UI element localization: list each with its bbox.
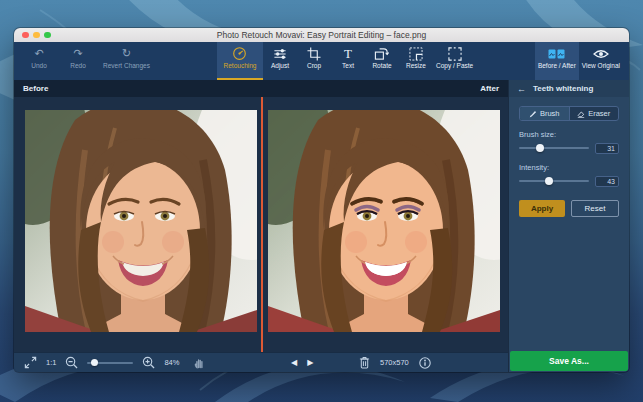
brush-button[interactable]: Brush <box>520 107 569 120</box>
image-canvas[interactable] <box>14 97 508 352</box>
before-label: Before <box>23 84 48 93</box>
undo-icon: ↶ <box>34 46 43 61</box>
before-after-toggle[interactable]: Before / After <box>535 42 579 80</box>
tab-adjust-label: Adjust <box>271 62 289 69</box>
redo-button[interactable]: ↷ Redo <box>61 42 95 80</box>
image-dimensions: 570x570 <box>380 358 409 367</box>
zoom-level: 84% <box>164 358 179 367</box>
tab-copy-paste-label: Copy / Paste <box>436 62 473 69</box>
delete-image-button[interactable] <box>359 356 370 369</box>
brush-eraser-toggle: Brush Eraser <box>519 106 619 121</box>
adjust-icon <box>273 46 287 61</box>
compare-header: Before After <box>14 80 508 97</box>
status-bar: 1:1 84% ◀ ▶ <box>14 352 508 372</box>
intensity-slider[interactable] <box>519 175 589 187</box>
eraser-label: Eraser <box>588 109 610 118</box>
intensity-value: 43 <box>595 176 619 187</box>
brush-size-label: Brush size: <box>519 130 619 139</box>
redo-icon: ↷ <box>73 46 82 61</box>
brush-label: Brush <box>540 109 560 118</box>
tab-rotate[interactable]: Rotate <box>365 42 399 80</box>
tab-rotate-label: Rotate <box>372 62 391 69</box>
brush-size-slider-thumb[interactable] <box>536 144 544 152</box>
undo-button[interactable]: ↶ Undo <box>22 42 56 80</box>
zoom-slider-thumb[interactable] <box>91 359 98 366</box>
tab-copy-paste[interactable]: Copy / Paste <box>433 42 476 80</box>
back-icon[interactable]: ← <box>517 84 526 94</box>
brush-size-slider[interactable] <box>519 142 589 154</box>
close-window-button[interactable] <box>22 32 29 39</box>
after-label: After <box>480 84 499 93</box>
save-as-button[interactable]: Save As... <box>510 351 628 371</box>
copy-paste-icon <box>448 46 462 61</box>
zoom-out-button[interactable] <box>65 356 78 369</box>
intensity-slider-thumb[interactable] <box>545 177 553 185</box>
before-after-icon <box>548 46 565 61</box>
tab-crop-label: Crop <box>307 62 321 69</box>
after-image <box>268 110 500 332</box>
hand-tool-button[interactable] <box>194 356 205 369</box>
fullscreen-window-button[interactable] <box>44 32 51 39</box>
retouching-icon <box>232 46 247 61</box>
eraser-button[interactable]: Eraser <box>569 107 619 120</box>
minimize-window-button[interactable] <box>33 32 40 39</box>
actual-size-button[interactable]: 1:1 <box>46 358 56 367</box>
rotate-icon <box>374 46 389 61</box>
next-image-button[interactable]: ▶ <box>307 358 313 367</box>
info-button[interactable] <box>419 357 431 369</box>
main-toolbar: ↶ Undo ↷ Redo ↻ Revert Changes Retouchin… <box>14 42 629 80</box>
brush-icon <box>529 110 537 118</box>
resize-icon <box>409 46 423 61</box>
tab-retouching-label: Retouching <box>224 62 257 69</box>
panel-title: Teeth whitening <box>533 84 593 93</box>
traffic-lights <box>22 28 51 42</box>
tab-resize-label: Resize <box>406 62 426 69</box>
redo-label: Redo <box>70 62 86 69</box>
tool-panel: ← Teeth whitening Brush Eraser Brush siz… <box>508 80 629 372</box>
compare-view: Before After <box>14 80 508 372</box>
tab-text-label: Text <box>342 62 354 69</box>
revert-icon: ↻ <box>122 46 131 61</box>
revert-label: Revert Changes <box>103 62 150 69</box>
text-icon: T <box>344 46 352 61</box>
compare-divider[interactable] <box>261 97 263 352</box>
crop-icon <box>307 46 321 61</box>
eye-icon <box>593 46 609 61</box>
view-original-button[interactable]: View Original <box>579 42 623 80</box>
fit-to-screen-button[interactable] <box>24 356 37 369</box>
tab-adjust[interactable]: Adjust <box>263 42 297 80</box>
app-window: Photo Retouch Movavi: Easy Portrait Edit… <box>14 28 629 372</box>
tab-crop[interactable]: Crop <box>297 42 331 80</box>
zoom-in-button[interactable] <box>142 356 155 369</box>
intensity-label: Intensity: <box>519 163 619 172</box>
panel-header: ← Teeth whitening <box>509 80 629 97</box>
apply-button[interactable]: Apply <box>519 200 565 217</box>
previous-image-button[interactable]: ◀ <box>291 358 297 367</box>
undo-label: Undo <box>31 62 47 69</box>
titlebar: Photo Retouch Movavi: Easy Portrait Edit… <box>14 28 629 42</box>
before-image <box>25 110 257 332</box>
after-makeup-overlay <box>268 110 500 332</box>
tab-text[interactable]: T Text <box>331 42 365 80</box>
revert-changes-button[interactable]: ↻ Revert Changes <box>100 42 153 80</box>
zoom-slider[interactable] <box>87 358 133 368</box>
tab-resize[interactable]: Resize <box>399 42 433 80</box>
reset-button[interactable]: Reset <box>571 200 619 217</box>
before-after-label: Before / After <box>538 62 576 69</box>
brush-size-value: 31 <box>595 143 619 154</box>
eraser-icon <box>577 110 585 118</box>
tab-retouching[interactable]: Retouching <box>217 42 263 80</box>
window-title: Photo Retouch Movavi: Easy Portrait Edit… <box>14 30 629 40</box>
view-original-label: View Original <box>582 62 620 69</box>
